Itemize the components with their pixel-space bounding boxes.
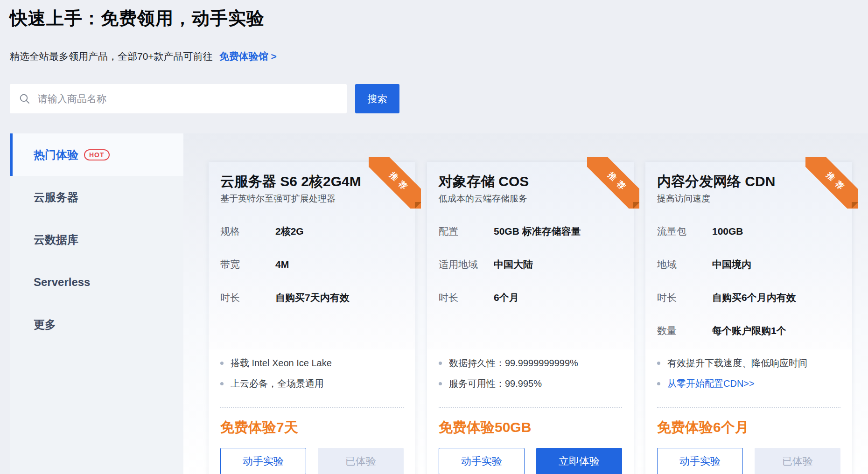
product-card-cos: 推荐 对象存储 COS 低成本的云端存储服务 配置 50GB 标准存储容量 适用…: [427, 162, 634, 474]
search-icon: [19, 93, 30, 105]
spec-label: 时长: [439, 292, 494, 303]
offer-text: 免费体验6个月: [657, 419, 840, 436]
highlight-text: 上云必备，全场景通用: [231, 378, 324, 389]
search-input[interactable]: [37, 84, 347, 113]
hands-on-lab-button[interactable]: 动手实验: [220, 448, 306, 474]
card-body-section: 搭载 Intel Xeon Ice Lake 上云必备，全场景通用 免费体验7天…: [209, 349, 415, 474]
spec-value: 每个账户限购1个: [712, 325, 786, 336]
ribbon-fold-icon: [852, 202, 858, 209]
ribbon-fold-icon: [415, 202, 421, 209]
free-trial-hall-link[interactable]: 免费体验馆 >: [219, 50, 277, 63]
content-area: 热门体验 HOT 云服务器 云数据库 Serverless 更多 推荐 云服务器…: [10, 133, 868, 474]
card-specs: 流量包 100GB 地域 中国境内 时长 自购买6个月内有效 数量 每个账户限购…: [657, 225, 841, 336]
ribbon-fold-icon: [633, 202, 639, 209]
sidebar-item-label: 云服务器: [34, 190, 78, 205]
page-subtitle: 精选全站最多领用产品，全部70+款产品可前往: [10, 50, 213, 63]
sidebar-item-label: 云数据库: [34, 232, 78, 247]
spec-row: 时长 自购买6个月内有效: [657, 292, 841, 303]
spec-row: 带宽 4M: [220, 258, 404, 270]
offer-text: 免费体验7天: [220, 419, 404, 436]
card-highlights: 数据持久性：99.9999999999% 服务可用性：99.995%: [439, 357, 622, 408]
highlight-item: 服务可用性：99.995%: [439, 378, 622, 389]
search-button[interactable]: 搜索: [355, 84, 399, 113]
hands-on-lab-button[interactable]: 动手实验: [439, 448, 525, 474]
spec-row: 流量包 100GB: [657, 225, 841, 237]
highlight-item: 上云必备，全场景通用: [220, 378, 404, 389]
product-cards: 推荐 云服务器 S6 2核2G4M 基于英特尔至强可扩展处理器 规格 2核2G …: [209, 162, 852, 474]
sidebar-item-cvm[interactable]: 云服务器: [10, 176, 183, 218]
card-subtitle: 基于英特尔至强可扩展处理器: [220, 193, 404, 204]
sidebar-item-more[interactable]: 更多: [10, 303, 183, 346]
search-box[interactable]: [10, 84, 347, 113]
spec-value: 中国境内: [712, 258, 751, 270]
sidebar-item-cdb[interactable]: 云数据库: [10, 218, 183, 261]
spec-row: 地域 中国境内: [657, 258, 841, 270]
spec-value: 中国大陆: [494, 258, 533, 270]
sidebar-item-label: 热门体验: [34, 147, 78, 162]
hot-badge: HOT: [84, 149, 110, 160]
bullet-dot-icon: [220, 362, 224, 365]
spec-label: 时长: [220, 292, 275, 303]
sidebar-item-label: 更多: [34, 317, 56, 332]
bullet-dot-icon: [657, 362, 660, 365]
card-title: 内容分发网络 CDN: [657, 174, 841, 189]
highlight-text: 服务可用性：99.995%: [449, 378, 542, 389]
category-sidebar-list: 热门体验 HOT 云服务器 云数据库 Serverless 更多: [10, 133, 183, 346]
spec-label: 数量: [657, 325, 712, 336]
card-specs: 规格 2核2G 带宽 4M 时长 自购买7天内有效: [220, 225, 404, 303]
card-actions: 动手实验立即体验: [439, 448, 622, 474]
page-title: 快速上手：免费领用，动手实验: [10, 7, 868, 29]
card-title: 对象存储 COS: [439, 174, 623, 189]
card-body-section: 数据持久性：99.9999999999% 服务可用性：99.995% 免费体验5…: [427, 349, 634, 474]
spec-label: 时长: [657, 292, 712, 303]
spec-value: 100GB: [712, 225, 743, 237]
highlight-item: 从零开始配置CDN>>: [657, 378, 840, 389]
sidebar-item-serverless[interactable]: Serverless: [10, 261, 183, 303]
spec-value: 50GB 标准存储容量: [494, 225, 581, 237]
sidebar-item-hot[interactable]: 热门体验 HOT: [10, 133, 183, 176]
spec-row: 时长 6个月: [439, 292, 623, 303]
offer-text: 免费体验50GB: [439, 419, 622, 436]
highlight-link[interactable]: 从零开始配置CDN>>: [667, 378, 755, 389]
sidebar-item-label: Serverless: [34, 276, 90, 289]
spec-value: 4M: [275, 258, 289, 270]
spec-label: 规格: [220, 225, 275, 237]
highlight-item: 有效提升下载速度、降低响应时间: [657, 357, 840, 369]
spec-row: 数量 每个账户限购1个: [657, 325, 841, 336]
bullet-dot-icon: [220, 382, 224, 385]
spec-value: 自购买6个月内有效: [712, 292, 796, 303]
card-header-section: 云服务器 S6 2核2G4M 基于英特尔至强可扩展处理器 规格 2核2G 带宽 …: [209, 162, 415, 349]
product-card-cdn: 推荐 内容分发网络 CDN 提高访问速度 流量包 100GB 地域 中国境内 时…: [645, 162, 852, 474]
card-title: 云服务器 S6 2核2G4M: [220, 174, 404, 189]
bullet-dot-icon: [657, 382, 660, 385]
spec-label: 带宽: [220, 258, 275, 270]
highlight-text: 数据持久性：99.9999999999%: [449, 357, 578, 369]
spec-value: 自购买7天内有效: [275, 292, 350, 303]
bullet-dot-icon: [439, 382, 442, 385]
card-body-section: 有效提升下载速度、降低响应时间 从零开始配置CDN>> 免费体验6个月 动手实验…: [645, 349, 852, 474]
card-highlights: 有效提升下载速度、降低响应时间 从零开始配置CDN>>: [657, 357, 840, 408]
spec-value: 2核2G: [275, 225, 304, 237]
search-row: 搜索: [10, 84, 868, 113]
card-subtitle: 低成本的云端存储服务: [439, 193, 623, 204]
experienced-button: 已体验: [318, 448, 404, 474]
product-card-cvm-s6: 推荐 云服务器 S6 2核2G4M 基于英特尔至强可扩展处理器 规格 2核2G …: [209, 162, 415, 474]
page-header: 快速上手：免费领用，动手实验 精选全站最多领用产品，全部70+款产品可前往 免费…: [0, 0, 868, 113]
spec-value: 6个月: [494, 292, 519, 303]
card-header-section: 对象存储 COS 低成本的云端存储服务 配置 50GB 标准存储容量 适用地域 …: [427, 162, 634, 349]
try-now-button[interactable]: 立即体验: [536, 448, 622, 474]
card-subtitle: 提高访问速度: [657, 193, 841, 204]
card-header-section: 内容分发网络 CDN 提高访问速度 流量包 100GB 地域 中国境内 时长 自…: [645, 162, 852, 349]
spec-row: 适用地域 中国大陆: [439, 258, 623, 270]
bullet-dot-icon: [439, 362, 442, 365]
highlight-item: 搭载 Intel Xeon Ice Lake: [220, 357, 404, 369]
highlight-item: 数据持久性：99.9999999999%: [439, 357, 622, 369]
card-highlights: 搭载 Intel Xeon Ice Lake 上云必备，全场景通用: [220, 357, 404, 408]
spec-label: 地域: [657, 258, 712, 270]
spec-label: 适用地域: [439, 258, 494, 270]
spec-row: 时长 自购买7天内有效: [220, 292, 404, 303]
experienced-button: 已体验: [755, 448, 840, 474]
spec-label: 配置: [439, 225, 494, 237]
hands-on-lab-button[interactable]: 动手实验: [657, 448, 743, 474]
spec-row: 配置 50GB 标准存储容量: [439, 225, 623, 237]
